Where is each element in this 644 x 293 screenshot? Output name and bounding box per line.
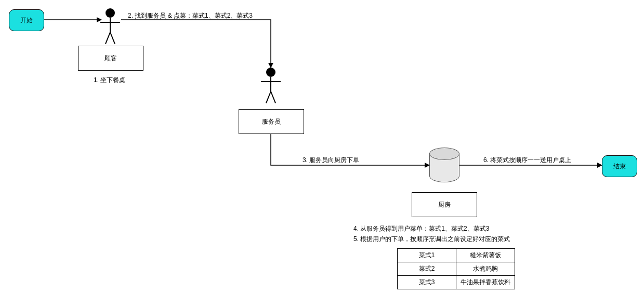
customer-box: 顾客 (78, 46, 143, 71)
table-row: 菜式3 牛油果拌香蕉饮料 (398, 276, 515, 289)
edge2-label: 2. 找到服务员 & 点菜：菜式1、菜式2、菜式3 (128, 11, 253, 20)
kitchen-caption-1: 4. 从服务员得到用户菜单：菜式1、菜式2、菜式3 (353, 224, 489, 233)
customer-actor-body (110, 18, 111, 32)
dish-value: 牛油果拌香蕉饮料 (456, 276, 515, 289)
customer-box-label: 顾客 (104, 54, 117, 63)
waiter-actor-body (270, 77, 271, 91)
dish-value: 糙米紫薯饭 (456, 249, 515, 262)
edge3-label: 3. 服务员向厨房下单 (303, 156, 359, 165)
dish-key: 菜式2 (398, 262, 456, 276)
arrows-layer (0, 0, 644, 293)
edge6-label: 6. 将菜式按顺序一一送用户桌上 (483, 156, 571, 165)
kitchen-caption-2: 5. 根据用户的下单，按顺序烹调出之前设定好对应的菜式 (353, 235, 510, 244)
table-row: 菜式1 糙米紫薯饭 (398, 249, 515, 262)
dish-key: 菜式3 (398, 276, 456, 289)
waiter-actor-arms (261, 81, 281, 82)
customer-actor-leg-l (110, 32, 115, 44)
customer-actor-arms (100, 22, 120, 23)
dish-key: 菜式1 (398, 249, 456, 262)
customer-caption: 1. 坐下餐桌 (94, 76, 125, 85)
start-node: 开始 (9, 9, 44, 31)
kitchen-cylinder-top (429, 148, 459, 160)
waiter-actor-icon (266, 68, 275, 77)
end-label: 结束 (613, 162, 626, 171)
diagram-canvas: 开始 结束 顾客 1. 坐下餐桌 服务员 厨房 2. 找到服务员 & 点菜：菜式… (0, 0, 644, 293)
dish-table: 菜式1 糙米紫薯饭 菜式2 水煮鸡胸 菜式3 牛油果拌香蕉饮料 (397, 248, 515, 289)
kitchen-box-label: 厨房 (438, 201, 451, 209)
table-row: 菜式2 水煮鸡胸 (398, 262, 515, 276)
start-label: 开始 (20, 16, 33, 25)
waiter-box-label: 服务员 (262, 117, 281, 126)
end-node: 结束 (602, 155, 637, 177)
kitchen-box: 厨房 (412, 192, 477, 217)
dish-value: 水煮鸡胸 (456, 262, 515, 276)
customer-actor-icon (106, 8, 115, 18)
waiter-actor-leg-l (270, 91, 276, 103)
waiter-box: 服务员 (239, 109, 304, 134)
